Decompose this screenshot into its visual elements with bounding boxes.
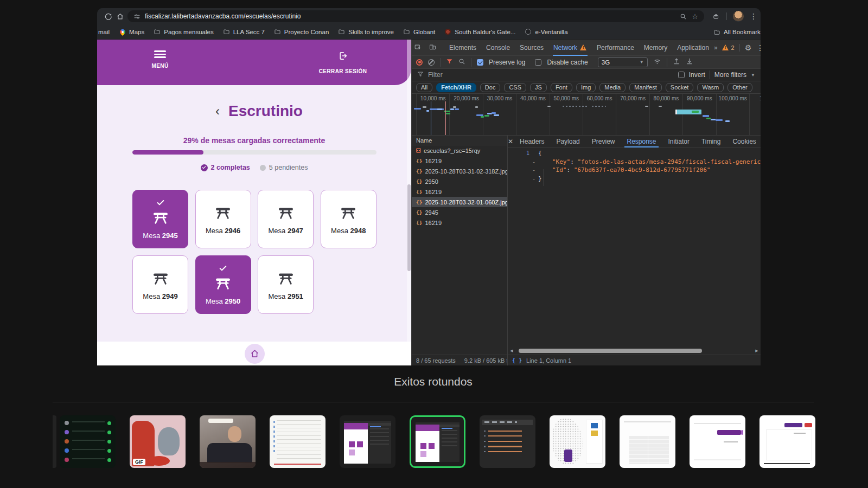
request-row[interactable]: escuelas?_rsc=15rqy: [412, 145, 507, 156]
bookmark-item[interactable]: Skills to improve: [338, 28, 394, 35]
bookmark-item[interactable]: Pagos mensuales: [154, 28, 213, 35]
mesa-card-2945[interactable]: Mesa 2945: [132, 190, 188, 248]
filter-chip-all[interactable]: All: [416, 83, 432, 92]
url-bar[interactable]: fiscalizar.lalibertadavanzacba.com/escue…: [127, 10, 704, 22]
request-row[interactable]: {}2945: [412, 207, 507, 217]
bookmark-item[interactable]: LLA Secc 7: [223, 28, 265, 35]
record-button[interactable]: [416, 59, 423, 66]
fold-marker[interactable]: -: [529, 158, 538, 166]
tab-elements[interactable]: Elements: [444, 40, 481, 56]
webpage-buttons-thumb[interactable]: [760, 415, 815, 468]
fold-marker[interactable]: -: [529, 175, 538, 183]
detail-tab-timing[interactable]: Timing: [696, 136, 726, 147]
menu-button[interactable]: MENÚ: [138, 50, 182, 69]
tab-network[interactable]: Network!: [548, 40, 592, 56]
filter-chip-doc[interactable]: Doc: [480, 83, 501, 92]
extensions-icon[interactable]: [712, 12, 720, 21]
profile-avatar[interactable]: [733, 11, 744, 22]
all-bookmarks[interactable]: All Bookmarks: [713, 29, 761, 36]
filter-chip-img[interactable]: Img: [576, 83, 596, 92]
filter-chip-wasm[interactable]: Wasm: [697, 83, 724, 92]
request-row[interactable]: {}16219: [412, 187, 507, 197]
request-row[interactable]: {}2025-10-28T03-32-01-060Z.jpg: [412, 197, 507, 207]
export-har-icon[interactable]: [686, 57, 693, 67]
home-button[interactable]: [245, 344, 265, 364]
tab-console[interactable]: Console: [481, 40, 515, 56]
tune-icon[interactable]: [133, 12, 141, 20]
throttling-dropdown[interactable]: 3G ▼: [598, 57, 648, 67]
filter-chip-fetchxhr[interactable]: Fetch/XHR: [436, 83, 476, 92]
filter-chip-other[interactable]: Other: [727, 83, 752, 92]
mesa-card-2947[interactable]: Mesa 2947: [258, 190, 314, 248]
request-row[interactable]: {}2950: [412, 176, 507, 187]
scroll-right-icon[interactable]: ▶: [754, 349, 760, 353]
bookmark-star-icon[interactable]: ☆: [691, 12, 699, 20]
map-screenshot-thumb[interactable]: [550, 415, 605, 468]
bookmark-item[interactable]: Proyecto Conan: [274, 28, 329, 35]
devtools-menu-icon[interactable]: ⋮: [756, 44, 761, 52]
bookmark-item[interactable]: South Baldur's Gate...: [444, 28, 515, 35]
bookmark-item[interactable]: e-Ventanilla: [525, 28, 567, 35]
current-screenshot-thumb[interactable]: [410, 415, 465, 468]
import-har-icon[interactable]: [673, 57, 680, 67]
fold-marker[interactable]: -: [529, 166, 538, 175]
tom-gif-thumb[interactable]: GIF: [130, 415, 186, 468]
filter-chip-manifest[interactable]: Manifest: [629, 83, 662, 92]
bookmark-item[interactable]: Globant: [403, 28, 435, 35]
request-row[interactable]: {}16219: [412, 156, 507, 166]
request-row[interactable]: {}16219: [412, 217, 507, 228]
clear-button[interactable]: [428, 59, 435, 66]
tab-memory[interactable]: Memory: [639, 40, 672, 56]
scrollbar-thumb[interactable]: [519, 349, 702, 353]
filter-chip-js[interactable]: JS: [530, 83, 547, 92]
inspect-element-icon[interactable]: [414, 43, 422, 52]
mesa-card-2946[interactable]: Mesa 2946: [195, 190, 251, 248]
scroll-left-icon[interactable]: ◀: [509, 349, 514, 353]
tab-performance[interactable]: Performance: [592, 40, 639, 56]
detail-tab-preview[interactable]: Preview: [586, 136, 621, 147]
preserve-log-checkbox[interactable]: [477, 59, 483, 66]
mesa-card-2950[interactable]: Mesa 2950: [195, 255, 251, 314]
url-text[interactable]: fiscalizar.lalibertadavanzacba.com/escue…: [145, 12, 675, 20]
horizontal-scrollbar[interactable]: ◀ ▶: [509, 348, 760, 353]
devtools-response-thumb[interactable]: [480, 415, 535, 468]
detail-tab-response[interactable]: Response: [621, 136, 661, 147]
detail-tab-cookies[interactable]: Cookies: [727, 136, 761, 147]
browser-menu-icon[interactable]: ⋮: [750, 12, 757, 20]
tab-application[interactable]: Application: [672, 40, 714, 56]
back-chevron-icon[interactable]: ‹: [215, 105, 220, 118]
filter-chip-media[interactable]: Media: [599, 83, 626, 92]
home-icon[interactable]: [116, 12, 124, 21]
document-scan-thumb[interactable]: [270, 415, 326, 468]
issues-counter[interactable]: !2: [722, 44, 735, 51]
bookmark-item[interactable]: Maps: [119, 28, 144, 35]
mesa-card-2951[interactable]: Mesa 2951: [258, 255, 314, 314]
reload-icon[interactable]: [104, 12, 112, 21]
detail-tab-initiator[interactable]: Initiator: [663, 136, 695, 147]
request-row[interactable]: {}2025-10-28T03-31-02-318Z.jpg: [412, 166, 507, 176]
network-conditions-icon[interactable]: [653, 57, 661, 67]
search-icon[interactable]: [458, 58, 465, 67]
filter-input[interactable]: Filter: [428, 71, 443, 79]
invert-checkbox[interactable]: [678, 72, 685, 78]
partial-thumbnail[interactable]: [53, 415, 56, 468]
bookmark-item[interactable]: mail: [98, 29, 110, 35]
detail-tab-payload[interactable]: Payload: [551, 136, 585, 147]
detail-tab-headers[interactable]: Headers: [514, 136, 550, 147]
filter-toggle-icon[interactable]: [446, 58, 453, 67]
search-icon[interactable]: [679, 12, 687, 20]
network-overview-timeline[interactable]: 10,000 ms20,000 ms30,000 ms40,000 ms50,0…: [412, 94, 761, 136]
close-icon[interactable]: ✕: [508, 138, 513, 145]
portrait-meme-thumb[interactable]: [200, 415, 256, 468]
filter-chip-font[interactable]: Font: [551, 83, 572, 92]
table-document-thumb[interactable]: [620, 415, 675, 468]
app-devtools-screenshot-thumb[interactable]: [340, 415, 395, 468]
chat-screenshot-thumb[interactable]: [60, 415, 116, 468]
more-filters-button[interactable]: More filters: [714, 71, 746, 79]
braces-icon[interactable]: { }: [512, 357, 522, 363]
tab-sources[interactable]: Sources: [515, 40, 548, 56]
filter-chip-css[interactable]: CSS: [504, 83, 526, 92]
page-scrollbar-thumb[interactable]: [407, 184, 411, 271]
filter-chip-socket[interactable]: Socket: [666, 83, 694, 92]
request-list-header[interactable]: Name: [412, 136, 507, 145]
